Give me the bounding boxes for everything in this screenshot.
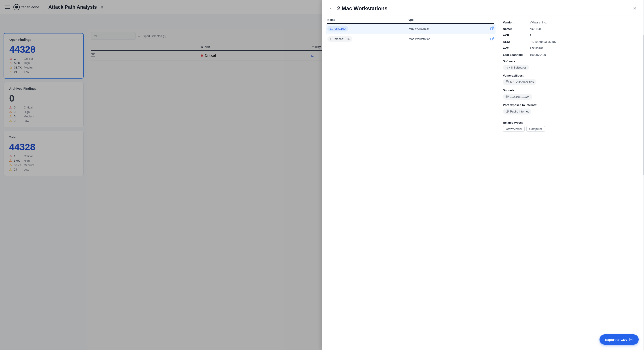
- col-name-header: Name: [327, 18, 407, 21]
- vendor-label: Vendor:: [503, 21, 530, 24]
- table-header: Name Type: [327, 15, 494, 24]
- node-row-osx1100[interactable]: osx1100 Mac Workstation: [326, 24, 496, 25]
- panel-header-left: ← 2 Mac Workstations: [329, 5, 388, 11]
- close-button[interactable]: ✕: [633, 6, 637, 11]
- vendor-value: VMware, Inc.: [530, 21, 547, 24]
- col-type-header: Type: [407, 18, 486, 21]
- panel-header: ← 2 Mac Workstations ✕: [322, 0, 644, 15]
- col-action-header: [486, 18, 494, 21]
- main-panel: ← 2 Mac Workstations ✕ Name Type: [322, 0, 644, 25]
- back-button[interactable]: ←: [329, 6, 334, 11]
- detail-area: Vendor: VMware, Inc. Name: osx1100 ACR: …: [499, 15, 644, 25]
- panel-scrollbar: [643, 15, 644, 25]
- vendor-row: Vendor: VMware, Inc.: [503, 21, 639, 24]
- panel-title: 2 Mac Workstations: [337, 5, 388, 11]
- node-list-area: Name Type osx1100 Mac Workstation: [322, 15, 499, 25]
- panel-body: Name Type osx1100 Mac Workstation: [322, 15, 644, 25]
